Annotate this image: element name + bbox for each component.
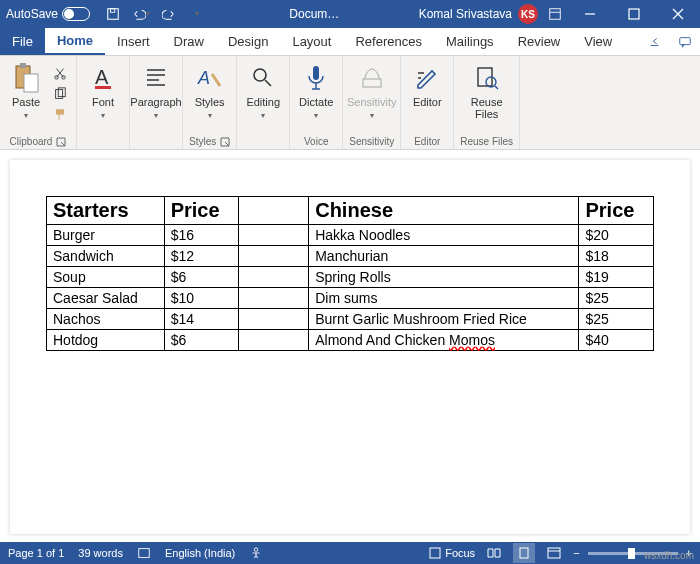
cut-button[interactable] bbox=[50, 64, 70, 82]
svg-rect-24 bbox=[520, 548, 528, 558]
spelling-error: Momos bbox=[449, 332, 495, 348]
paste-icon bbox=[10, 62, 42, 94]
table-row: Soup$6Spring Rolls$19 bbox=[47, 267, 654, 288]
group-font: A Font▾ bbox=[77, 56, 130, 149]
document-page[interactable]: Starters Price Chinese Price Burger$16Ha… bbox=[10, 160, 690, 534]
web-layout-button[interactable] bbox=[543, 543, 565, 563]
svg-rect-4 bbox=[680, 37, 691, 44]
paragraph-button[interactable]: Paragraph▾ bbox=[136, 62, 176, 120]
table-header-row: Starters Price Chinese Price bbox=[47, 197, 654, 225]
document-title: Docum… bbox=[214, 7, 415, 21]
ribbon-options-button[interactable] bbox=[542, 2, 568, 26]
user-account[interactable]: Komal Srivastava KS bbox=[415, 4, 542, 24]
share-button[interactable] bbox=[640, 28, 670, 55]
svg-rect-6 bbox=[20, 63, 26, 68]
table-row: Burger$16Hakka Noodles$20 bbox=[47, 225, 654, 246]
font-button[interactable]: A Font▾ bbox=[83, 62, 123, 120]
col-spacer[interactable] bbox=[239, 197, 309, 225]
comments-button[interactable] bbox=[670, 28, 700, 55]
svg-text:A: A bbox=[197, 68, 210, 88]
reuse-files-icon bbox=[471, 62, 503, 94]
minimize-button[interactable] bbox=[568, 0, 612, 28]
focus-mode-button[interactable]: Focus bbox=[429, 547, 475, 559]
editor-button[interactable]: Editor bbox=[407, 62, 447, 108]
editor-group-label: Editor bbox=[414, 136, 440, 147]
sensitivity-group-label: Sensitivity bbox=[349, 136, 394, 147]
redo-button[interactable] bbox=[156, 2, 182, 26]
tab-design[interactable]: Design bbox=[216, 28, 280, 55]
title-bar: AutoSave ▾ ▾ Docum… Komal Srivastava KS bbox=[0, 0, 700, 28]
col-price-2[interactable]: Price bbox=[579, 197, 654, 225]
window-controls bbox=[568, 0, 700, 28]
sensitivity-icon bbox=[356, 62, 388, 94]
copy-button[interactable] bbox=[50, 85, 70, 103]
tab-references[interactable]: References bbox=[343, 28, 433, 55]
table-row: Sandwich$12Manchurian$18 bbox=[47, 246, 654, 267]
svg-rect-21 bbox=[139, 549, 150, 558]
tab-mailings[interactable]: Mailings bbox=[434, 28, 506, 55]
col-price-1[interactable]: Price bbox=[164, 197, 239, 225]
accessibility-button[interactable] bbox=[249, 546, 263, 560]
svg-rect-23 bbox=[430, 548, 440, 558]
dialog-launcher-icon[interactable] bbox=[220, 137, 230, 147]
microphone-icon bbox=[300, 62, 332, 94]
zoom-out-button[interactable]: − bbox=[573, 547, 579, 559]
toggle-off-icon bbox=[62, 7, 90, 21]
dialog-launcher-icon[interactable] bbox=[56, 137, 66, 147]
group-reuse-files: Reuse Files Reuse Files bbox=[454, 56, 520, 149]
ribbon: Paste▾ Clipboard A Font▾ Paragraph▾ bbox=[0, 56, 700, 150]
group-paragraph: Paragraph▾ bbox=[130, 56, 183, 149]
tab-file[interactable]: File bbox=[0, 28, 45, 55]
col-starters[interactable]: Starters bbox=[47, 197, 165, 225]
sensitivity-button: Sensitivity▾ bbox=[352, 62, 392, 120]
editing-button[interactable]: Editing▾ bbox=[243, 62, 283, 120]
autosave-toggle[interactable]: AutoSave bbox=[0, 7, 96, 21]
clipboard-group-label: Clipboard bbox=[10, 136, 53, 147]
svg-rect-12 bbox=[57, 110, 64, 114]
editor-icon bbox=[411, 62, 443, 94]
group-editor: Editor Editor bbox=[401, 56, 454, 149]
tab-insert[interactable]: Insert bbox=[105, 28, 162, 55]
tab-draw[interactable]: Draw bbox=[162, 28, 216, 55]
tab-layout[interactable]: Layout bbox=[280, 28, 343, 55]
close-button[interactable] bbox=[656, 0, 700, 28]
tab-home[interactable]: Home bbox=[45, 28, 105, 55]
menu-table[interactable]: Starters Price Chinese Price Burger$16Ha… bbox=[46, 196, 654, 351]
svg-rect-0 bbox=[108, 9, 119, 20]
styles-icon: A bbox=[194, 62, 226, 94]
paste-button[interactable]: Paste▾ bbox=[6, 62, 46, 120]
col-chinese[interactable]: Chinese bbox=[309, 197, 579, 225]
reuse-group-label: Reuse Files bbox=[460, 136, 513, 147]
search-icon bbox=[247, 62, 279, 94]
status-bar: Page 1 of 1 39 words English (India) Foc… bbox=[0, 542, 700, 564]
table-row: Caesar Salad$10Dim sums$25 bbox=[47, 288, 654, 309]
reuse-files-button[interactable]: Reuse Files bbox=[467, 62, 507, 120]
dictate-button[interactable]: Dictate▾ bbox=[296, 62, 336, 120]
styles-button[interactable]: A Styles▾ bbox=[190, 62, 230, 120]
print-layout-button[interactable] bbox=[513, 543, 535, 563]
read-mode-button[interactable] bbox=[483, 543, 505, 563]
word-count[interactable]: 39 words bbox=[78, 547, 123, 559]
spell-check-button[interactable] bbox=[137, 546, 151, 560]
ribbon-tabs: File Home Insert Draw Design Layout Refe… bbox=[0, 28, 700, 56]
format-painter-button[interactable] bbox=[50, 106, 70, 124]
group-voice: Dictate▾ Voice bbox=[290, 56, 343, 149]
svg-text:A: A bbox=[95, 66, 109, 88]
svg-rect-7 bbox=[24, 74, 38, 92]
undo-button[interactable]: ▾ bbox=[128, 2, 154, 26]
page-indicator[interactable]: Page 1 of 1 bbox=[8, 547, 64, 559]
font-icon: A bbox=[87, 62, 119, 94]
tab-view[interactable]: View bbox=[572, 28, 624, 55]
save-button[interactable] bbox=[100, 2, 126, 26]
avatar: KS bbox=[518, 4, 538, 24]
table-row: Nachos$14Burnt Garlic Mushroom Fried Ric… bbox=[47, 309, 654, 330]
watermark: wsxdh.com bbox=[644, 550, 694, 561]
tab-review[interactable]: Review bbox=[506, 28, 573, 55]
language-indicator[interactable]: English (India) bbox=[165, 547, 235, 559]
group-sensitivity: Sensitivity▾ Sensitivity bbox=[343, 56, 401, 149]
qat-customize[interactable]: ▾ bbox=[184, 2, 210, 26]
svg-rect-25 bbox=[548, 548, 560, 558]
paragraph-icon bbox=[140, 62, 172, 94]
maximize-button[interactable] bbox=[612, 0, 656, 28]
table-row: Hotdog$6Almond And Chicken Momos$40 bbox=[47, 330, 654, 351]
